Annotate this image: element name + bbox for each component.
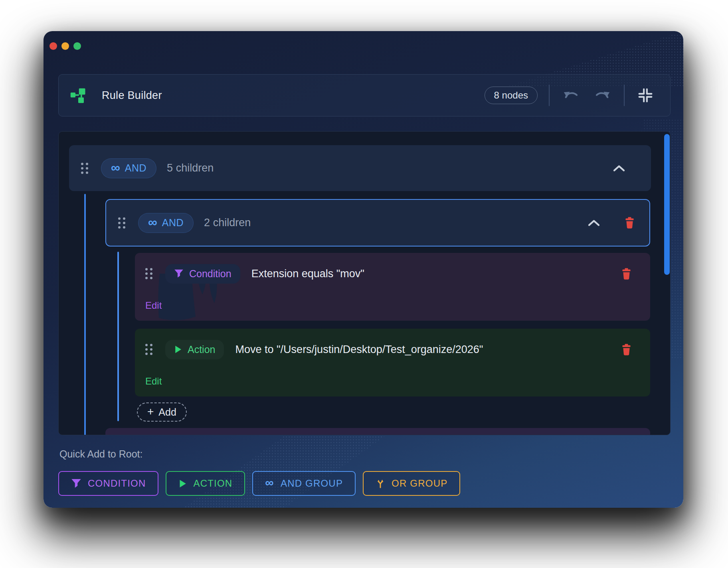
funnel-icon xyxy=(71,478,81,489)
trash-icon xyxy=(621,268,632,280)
trash-icon xyxy=(624,217,635,229)
collapse-group-button[interactable] xyxy=(585,217,603,229)
condition-type-badge: Condition xyxy=(165,264,240,284)
and-operator-badge: ∞ AND xyxy=(138,213,194,233)
delete-condition-button[interactable] xyxy=(619,265,634,282)
header-bar: Rule Builder 8 nodes xyxy=(58,74,671,116)
redo-button[interactable] xyxy=(592,87,613,103)
collapse-icon xyxy=(638,88,653,103)
window-controls xyxy=(49,42,81,50)
drag-handle-icon[interactable] xyxy=(118,217,125,229)
nesting-guide-line xyxy=(84,194,86,435)
condition-summary-text: Extension equals "mov" xyxy=(251,268,364,280)
funnel-icon xyxy=(174,269,184,278)
delete-group-button[interactable] xyxy=(622,214,637,231)
page-title: Rule Builder xyxy=(102,89,162,102)
infinity-icon: ∞ xyxy=(111,161,120,174)
quick-add-or-group-button[interactable]: OR GROUP xyxy=(363,471,460,496)
app-window: Rule Builder 8 nodes xyxy=(44,31,683,508)
add-child-button[interactable]: + Add xyxy=(137,402,187,422)
redo-icon xyxy=(594,90,610,101)
drag-handle-icon[interactable] xyxy=(145,344,152,355)
root-and-group-row[interactable]: ∞ AND 5 children xyxy=(69,145,651,191)
condition-node-card[interactable]: Condition Extension equals "mov" xyxy=(135,253,650,321)
undo-button[interactable] xyxy=(561,87,582,103)
action-type-badge: Action xyxy=(165,340,224,359)
header-actions: 8 nodes xyxy=(485,85,655,106)
page-background: Rule Builder 8 nodes xyxy=(0,0,728,568)
drag-handle-icon[interactable] xyxy=(81,163,88,174)
trash-icon xyxy=(621,343,632,356)
children-count-label: 2 children xyxy=(204,217,251,229)
play-icon xyxy=(174,345,182,354)
zoom-window-button[interactable] xyxy=(73,42,81,50)
divider xyxy=(549,85,550,106)
branch-icon xyxy=(376,478,385,489)
and-operator-badge: ∞ AND xyxy=(101,158,156,178)
quick-add-action-button[interactable]: ACTION xyxy=(166,471,245,496)
children-count-label: 5 children xyxy=(167,162,214,174)
nested-and-group-row[interactable]: ∞ AND 2 children xyxy=(105,199,650,247)
quick-add-condition-button[interactable]: CONDITION xyxy=(58,471,158,496)
action-node-card[interactable]: Action Move to "/Users/justin/Desktop/Te… xyxy=(135,329,650,396)
chevron-up-icon xyxy=(588,219,600,227)
node-count-badge: 8 nodes xyxy=(485,87,538,104)
infinity-icon: ∞ xyxy=(148,216,157,229)
delete-action-button[interactable] xyxy=(619,341,634,358)
plus-icon: + xyxy=(147,406,154,417)
rule-tree-panel: ∞ AND 5 children ∞ AND xyxy=(58,131,671,435)
minimize-window-button[interactable] xyxy=(61,42,69,50)
quick-add-toolbar: CONDITION ACTION ∞ AND GROUP OR GROUP xyxy=(58,471,460,496)
infinity-icon: ∞ xyxy=(265,477,274,489)
action-summary-text: Move to "/Users/justin/Desktop/Test_orga… xyxy=(235,343,483,356)
close-window-button[interactable] xyxy=(49,42,57,50)
scrollbar-thumb[interactable] xyxy=(664,134,670,275)
workflow-tree-icon xyxy=(70,87,87,104)
undo-icon xyxy=(563,90,579,101)
quick-add-label: Quick Add to Root: xyxy=(59,448,142,460)
edit-condition-link[interactable]: Edit xyxy=(145,300,162,311)
play-icon xyxy=(178,479,187,488)
chevron-up-icon xyxy=(613,164,625,172)
drag-handle-icon[interactable] xyxy=(145,268,152,279)
quick-add-and-group-button[interactable]: ∞ AND GROUP xyxy=(252,471,356,496)
edit-action-link[interactable]: Edit xyxy=(145,376,162,387)
collapse-all-button[interactable] xyxy=(636,86,655,105)
clipped-condition-node-card[interactable] xyxy=(105,428,650,435)
collapse-group-button[interactable] xyxy=(610,162,628,175)
divider xyxy=(624,85,625,106)
nesting-guide-line xyxy=(117,252,119,421)
